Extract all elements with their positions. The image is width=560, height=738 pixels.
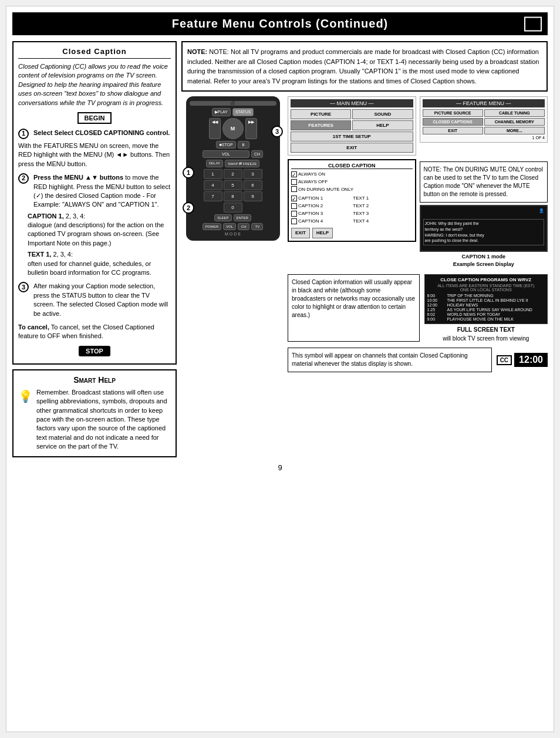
- cc-help-btn[interactable]: HELP: [312, 228, 333, 239]
- cc-submenu-row: CLOSED CAPTION ✓ALWAYS ON ALWAYS OFF ON …: [288, 159, 548, 267]
- caption-line-2: territory as the west?: [425, 227, 543, 232]
- text1-nums: 2, 3, 4:: [53, 251, 73, 258]
- vol-btn[interactable]: VOL: [203, 150, 249, 158]
- stop-button[interactable]: STOP: [79, 346, 110, 356]
- mode-row: POWER VOL CH TV: [190, 223, 276, 230]
- ff-btn[interactable]: ▶▶: [245, 118, 257, 139]
- header-box: [524, 16, 542, 31]
- caption-display-box: JOHN: Why did they paint the territory a…: [423, 219, 545, 245]
- cc-exit-btn[interactable]: EXIT: [291, 228, 310, 239]
- sleep-btn[interactable]: SLEEP: [214, 214, 231, 221]
- num-1[interactable]: 1: [204, 169, 222, 179]
- delay-row: DELAY SWAP ⇄ FREEZE: [190, 160, 276, 167]
- person-silhouette: 👤: [423, 208, 545, 213]
- page-indicator: 1 OF 4: [423, 136, 545, 140]
- menu-m-button[interactable]: M: [222, 118, 244, 139]
- diagrams-row: 1 2 3 ⬛ ▶PLAY STATUS: [181, 96, 548, 372]
- list-item: 9:00PLAYHOUSE MOVIE ON THE MILK: [427, 317, 545, 321]
- cc-intro-text: Closed Captioning (CC) allows you to rea…: [18, 62, 171, 107]
- page-number: 9: [12, 463, 548, 472]
- note-box: NOTE: NOTE: Not all TV programs and prod…: [181, 41, 548, 92]
- step-2-circle: 2: [18, 173, 29, 184]
- num-6[interactable]: 6: [244, 180, 262, 190]
- right-side-info: NOTE: The ON DURING MUTE ONLY control ca…: [420, 159, 548, 267]
- note-mute-box: NOTE: The ON DURING MUTE ONLY control ca…: [420, 161, 548, 203]
- show-3: HOLIDAY NEWS: [447, 303, 478, 307]
- remote-step-3: 3: [271, 126, 283, 137]
- smart-help-title: Smart Help: [18, 375, 171, 385]
- cc-info-text: Closed Caption information will usually …: [292, 279, 415, 318]
- fst-header: ALL ITEMS ARE EASTERN STANDARD TIME (EST…: [427, 284, 545, 288]
- caption-line-1: JOHN: Why did they paint the: [425, 221, 543, 227]
- cc-symbol-text: This symbol will appear on channels that…: [288, 348, 492, 372]
- feature-menu-diagram: — FEATURE MENU — PICTURE SOURCE CABLE TU…: [420, 96, 548, 156]
- num-2[interactable]: 2: [224, 169, 242, 179]
- status-btn[interactable]: STATUS: [232, 108, 254, 116]
- check-always-off: [291, 179, 297, 185]
- time-2: 10:00: [427, 298, 445, 302]
- num-0[interactable]: 0: [224, 203, 242, 213]
- stop-remote-btn[interactable]: ■STOP: [216, 141, 235, 149]
- remote-control: ⬛ ▶PLAY STATUS ◀◀ M ▶▶: [186, 96, 280, 241]
- time-1: 8:00: [427, 294, 445, 298]
- main-layout: Closed Caption Closed Captioning (CC) al…: [12, 41, 548, 457]
- note-mute-text: NOTE: The ON DURING MUTE ONLY control ca…: [424, 166, 543, 197]
- remote-top-row: ▶PLAY STATUS: [190, 108, 276, 116]
- note-text: NOTE: Not all TV programs and product co…: [187, 48, 539, 85]
- ch-mode[interactable]: CH: [238, 223, 249, 230]
- num-9[interactable]: 9: [244, 191, 262, 201]
- smart-help-text: Remember. Broadcast stations will often …: [36, 388, 171, 451]
- fst-subheader: ONE ON LOCAL STATIONS: [427, 288, 545, 292]
- num-3[interactable]: 3: [244, 169, 262, 179]
- step-1-circle: 1: [18, 129, 29, 139]
- tv-mode[interactable]: TV: [251, 223, 263, 230]
- cc-box-title: Closed Caption: [18, 47, 171, 59]
- cc-submenu-title: CLOSED CAPTION: [291, 163, 413, 169]
- check-c2: [291, 203, 297, 209]
- show-1: TRIP OF THE MORNING: [447, 294, 494, 298]
- rew-btn[interactable]: ◀◀: [209, 118, 221, 139]
- mm-sound[interactable]: SOUND: [352, 109, 413, 119]
- fm-more[interactable]: MORE...: [484, 127, 545, 134]
- cc-submenu-box: CLOSED CAPTION ✓ALWAYS ON ALWAYS OFF ON …: [288, 159, 416, 267]
- fst-label1: FULL SCREEN TEXT: [424, 326, 548, 333]
- remote-step-1: 1: [183, 167, 194, 178]
- begin-button[interactable]: BEGIN: [77, 112, 112, 124]
- delay-btn[interactable]: DELAY: [206, 160, 223, 167]
- fm-picture[interactable]: PICTURE SOURCE: [423, 109, 483, 117]
- step-1-detail: With the FEATURES MENU on screen, move t…: [18, 141, 171, 169]
- fst-channel: CLOSE CAPTION PROGRAMS ON WRVZ: [427, 277, 545, 282]
- show-6: PLAYHOUSE MOVIE ON THE MILK: [447, 317, 514, 321]
- step-3: 3 After making your Caption mode selecti…: [18, 282, 171, 318]
- enter-btn[interactable]: ENTER: [234, 214, 251, 221]
- smart-help-content: 💡 Remember. Broadcast stations will ofte…: [18, 388, 171, 451]
- swap-btn[interactable]: SWAP ⇄ FREEZE: [225, 160, 259, 167]
- fm-exit[interactable]: EXIT: [423, 127, 483, 134]
- list-item: 6:02WORLD NEWS FOR TODAY: [427, 312, 545, 316]
- fm-channel[interactable]: CHANNEL MEMORY: [484, 118, 545, 126]
- num-4[interactable]: 4: [204, 180, 222, 190]
- step-2: 2 Press the MENU ▲▼ buttons to move the …: [18, 173, 171, 277]
- fm-closed[interactable]: CLOSED CAPTIONS: [423, 118, 483, 126]
- power-btn[interactable]: POWER: [203, 223, 222, 230]
- pause-btn[interactable]: ⏸: [238, 141, 249, 149]
- cancel-text: To cancel, To cancel, set the Closed Cap…: [18, 323, 171, 341]
- check-always-on: ✓: [291, 171, 297, 177]
- num-8[interactable]: 8: [224, 191, 242, 201]
- symbol-text: This symbol will appear on channels that…: [292, 352, 468, 367]
- vol-mode[interactable]: VOL: [223, 223, 236, 230]
- cc-text-col: TEXT 1 TEXT 2 TEXT 3 TEXT 4: [353, 195, 412, 225]
- mm-features[interactable]: FEATURES: [291, 120, 351, 130]
- mm-1st-time[interactable]: 1ST TIME SETUP: [291, 132, 413, 141]
- num-5[interactable]: 5: [224, 180, 242, 190]
- show-4: AS YOUR LIFE TURNS SAY WHILE AROUND: [447, 308, 532, 312]
- play-btn[interactable]: ▶PLAY: [212, 108, 231, 116]
- left-column: Closed Caption Closed Captioning (CC) al…: [12, 41, 177, 457]
- fm-cable[interactable]: CABLE TUNING: [484, 109, 545, 117]
- ch-btn[interactable]: CH: [251, 150, 263, 158]
- num-7[interactable]: 7: [204, 191, 222, 201]
- mm-help[interactable]: HELP: [352, 120, 413, 130]
- mm-exit[interactable]: EXIT: [291, 143, 413, 153]
- mm-picture[interactable]: PICTURE: [291, 109, 351, 119]
- check-c3: [291, 211, 297, 217]
